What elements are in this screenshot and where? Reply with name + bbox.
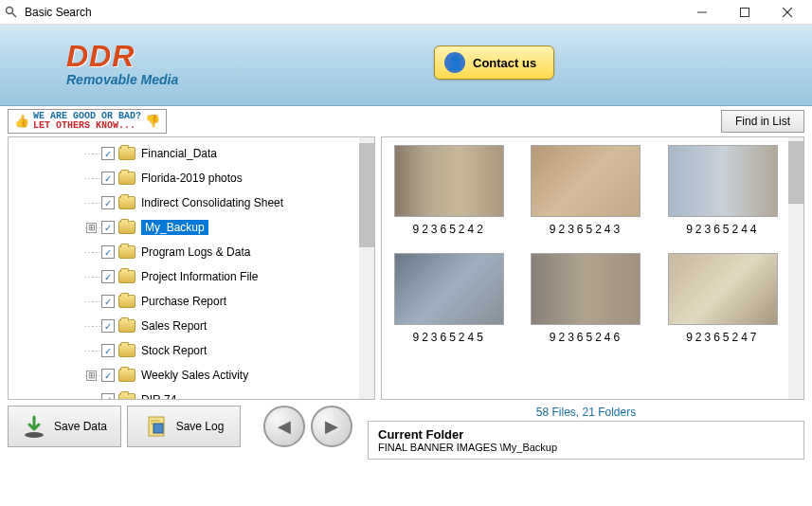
tree-item[interactable]: ⋯⋯Project Information File	[9, 264, 359, 289]
tree-connector-icon: ⋯⋯	[84, 272, 99, 282]
save-log-icon	[144, 414, 169, 439]
folder-icon	[118, 221, 135, 234]
svg-rect-8	[153, 424, 163, 433]
feedback-text: WE ARE GOOD OR BAD? LET OTHERS KNOW...	[33, 112, 141, 131]
maximize-button[interactable]	[723, 1, 766, 24]
thumbnail-label: 92365242	[412, 223, 485, 236]
feedback-box[interactable]: 👍 WE ARE GOOD OR BAD? LET OTHERS KNOW...…	[8, 109, 167, 134]
thumbnail-scrollbar[interactable]	[788, 137, 803, 399]
folder-icon	[118, 270, 135, 283]
status-area: 58 Files, 21 Folders Current Folder FINA…	[368, 406, 804, 460]
tree-item-label: Project Information File	[141, 270, 258, 283]
tree-item[interactable]: ⋯⋯Purchase Report	[9, 289, 359, 314]
prev-button[interactable]: ◀	[263, 406, 305, 447]
current-folder-box: Current Folder FINAL BANNER IMAGES \My_B…	[368, 421, 804, 460]
thumbnail-item[interactable]: 92365246	[526, 253, 645, 344]
thumbnail-item[interactable]: 92365244	[663, 145, 783, 236]
tree-item[interactable]: ⋯⋯Sales Report	[9, 314, 359, 338]
minimize-button[interactable]	[680, 1, 723, 24]
thumbnail-image	[394, 253, 504, 325]
thumbnail-image	[668, 253, 778, 325]
save-data-icon	[22, 414, 46, 439]
tree-item-label: Weekly Sales Activity	[141, 369, 248, 382]
contact-us-button[interactable]: 👤 Contact us	[434, 45, 554, 80]
checkbox-icon[interactable]	[101, 221, 115, 234]
thumbnail-grid: 9236524292365243923652449236524592365246…	[389, 145, 783, 391]
thumbnail-item[interactable]: 92365243	[526, 145, 645, 236]
contact-avatar-icon: 👤	[444, 52, 465, 73]
tree-scrollbar[interactable]	[359, 137, 374, 399]
main-area: ⋯⋯Financial_Data⋯⋯Florida-2019 photos⋯⋯I…	[0, 136, 812, 400]
folder-icon	[118, 172, 135, 185]
checkbox-icon[interactable]	[101, 172, 115, 185]
tree-connector-icon: ⋯⋯	[84, 247, 99, 258]
tree-item[interactable]: ⋯⋯Stock Report	[9, 338, 359, 363]
svg-point-0	[7, 7, 13, 13]
window-controls	[680, 1, 808, 24]
tree-connector-icon: ⋯⋯	[84, 149, 99, 159]
action-buttons: Save Data Save Log	[8, 406, 241, 447]
tree-item-label: Financial_Data	[141, 147, 217, 160]
window-title: Basic Search	[25, 6, 680, 19]
current-folder-title: Current Folder	[378, 427, 794, 442]
tree-item-label: Purchase Report	[141, 295, 226, 308]
tree-connector-icon: ⋯⋯	[84, 395, 99, 400]
tree-item-label: Stock Report	[141, 344, 207, 357]
tree-item[interactable]: ⋯⋯Florida-2019 photos	[9, 166, 359, 190]
thumb-down-icon: 👎	[145, 116, 160, 128]
save-log-button[interactable]: Save Log	[127, 406, 241, 447]
tree-item[interactable]: ⋯⋯Weekly Sales Activity	[9, 363, 359, 388]
thumbnail-item[interactable]: 92365242	[389, 145, 509, 236]
thumbnail-item[interactable]: 92365247	[663, 253, 783, 344]
tree-item[interactable]: ⋯⋯My_Backup	[9, 215, 359, 240]
thumbnail-label: 92365245	[412, 331, 485, 344]
tree-item[interactable]: ⋯⋯Financial_Data	[9, 141, 359, 166]
checkbox-icon[interactable]	[101, 344, 115, 357]
folder-icon	[118, 369, 135, 382]
folder-icon	[118, 344, 135, 357]
file-folder-count: 58 Files, 21 Folders	[368, 406, 804, 419]
checkbox-icon[interactable]	[101, 270, 115, 283]
folder-icon	[118, 196, 135, 209]
save-data-label: Save Data	[54, 420, 107, 433]
checkbox-icon[interactable]	[101, 147, 115, 160]
thumbnail-label: 92365246	[550, 331, 623, 344]
folder-icon	[118, 295, 135, 308]
checkbox-icon[interactable]	[101, 245, 115, 259]
tree-item[interactable]: ⋯⋯Indirect Consolidating Sheet	[9, 190, 359, 215]
thumbnail-label: 92365247	[686, 331, 759, 344]
next-button[interactable]: ▶	[311, 406, 352, 447]
tree-connector-icon: ⋯⋯	[84, 198, 99, 208]
tree-item-label: Sales Report	[141, 319, 207, 333]
checkbox-icon[interactable]	[101, 319, 115, 333]
brand-subtitle: Removable Media	[66, 72, 178, 87]
tree-connector-icon: ⋯⋯	[84, 321, 99, 332]
thumbnail-label: 92365243	[550, 223, 623, 236]
current-folder-path: FINAL BANNER IMAGES \My_Backup	[378, 442, 794, 453]
tree-item[interactable]: ⋯⋯Program Logs & Data	[9, 240, 359, 264]
tree-item[interactable]: ⋯⋯DIR 74	[9, 388, 359, 399]
folder-icon	[118, 393, 135, 399]
folder-tree[interactable]: ⋯⋯Financial_Data⋯⋯Florida-2019 photos⋯⋯I…	[9, 137, 359, 399]
checkbox-icon[interactable]	[101, 196, 115, 209]
tree-item-label: DIR 74	[141, 393, 176, 399]
checkbox-icon[interactable]	[101, 295, 115, 308]
find-in-list-button[interactable]: Find in List	[721, 110, 804, 133]
thumb-up-icon: 👍	[14, 116, 29, 128]
close-button[interactable]	[766, 1, 808, 24]
svg-line-1	[12, 13, 16, 17]
svg-rect-3	[740, 8, 749, 16]
tree-connector-icon: ⋯⋯	[84, 223, 99, 233]
checkbox-icon[interactable]	[101, 369, 115, 382]
tree-item-label: Program Logs & Data	[141, 245, 250, 259]
thumbnail-item[interactable]: 92365245	[389, 253, 509, 344]
svg-point-6	[25, 432, 44, 438]
thumbnail-image	[531, 253, 641, 325]
brand: DDR Removable Media	[66, 43, 178, 87]
thumbnail-image	[394, 145, 504, 217]
save-data-button[interactable]: Save Data	[8, 406, 121, 447]
checkbox-icon[interactable]	[101, 393, 115, 399]
thumbnail-panel: 9236524292365243923652449236524592365246…	[381, 136, 804, 400]
tree-connector-icon: ⋯⋯	[84, 370, 99, 381]
app-icon	[4, 5, 19, 20]
